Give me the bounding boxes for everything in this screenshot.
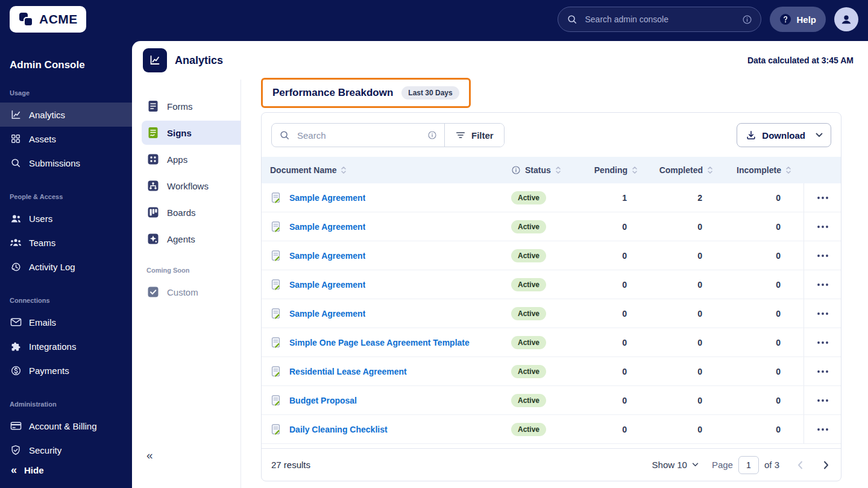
document-link[interactable]: Daily Cleaning Checklist: [289, 425, 388, 434]
admin-search[interactable]: [558, 7, 761, 32]
subnav-item-boards[interactable]: Boards: [142, 200, 241, 224]
user-avatar[interactable]: [834, 7, 858, 31]
period-badge: Last 30 Days: [401, 86, 459, 100]
page-buttons: [795, 458, 831, 472]
table-search[interactable]: [272, 124, 444, 147]
incomplete-cell: 0: [725, 328, 804, 356]
column-header-document-name[interactable]: Document Name: [262, 165, 499, 175]
incomplete-cell: 0: [725, 212, 804, 241]
document-link[interactable]: Budget Proposal: [289, 396, 357, 405]
pending-cell: 0: [583, 357, 650, 385]
status-cell: Active: [499, 328, 583, 356]
table-row: Sample AgreementActive120: [262, 183, 841, 212]
row-actions-button[interactable]: [812, 423, 834, 436]
document-icon: [270, 279, 282, 291]
sidebar-item-analytics[interactable]: Analytics: [0, 103, 132, 127]
sidebar-item-teams[interactable]: Teams: [0, 230, 132, 255]
status-cell: Active: [499, 241, 583, 270]
table-row: Daily Cleaning ChecklistActive000: [262, 415, 841, 444]
table-toolbar: Filter Download: [262, 113, 841, 157]
subnav-item-agents[interactable]: Agents: [142, 227, 241, 251]
acme-logo[interactable]: ACME: [10, 6, 86, 33]
next-page-button[interactable]: [821, 458, 831, 472]
document-link[interactable]: Sample Agreement: [289, 309, 365, 318]
document-icon: [270, 192, 282, 204]
search-icon: [279, 130, 290, 141]
subnav-item-apps[interactable]: Apps: [142, 147, 241, 171]
sort-icon[interactable]: [555, 166, 561, 174]
page-input[interactable]: [738, 456, 759, 474]
subnav-item-custom[interactable]: Custom: [142, 280, 241, 304]
row-actions-button[interactable]: [812, 220, 834, 233]
status-cell: Active: [499, 183, 583, 212]
document-name-cell: Sample Agreement: [262, 241, 499, 270]
hide-sidebar-button[interactable]: « Hide: [0, 458, 132, 482]
status-badge: Active: [511, 394, 546, 407]
column-header-status[interactable]: Status: [499, 165, 583, 175]
row-actions-button[interactable]: [812, 336, 834, 349]
users-icon: [10, 212, 22, 224]
subnav-item-signs[interactable]: Signs: [142, 121, 241, 145]
sidebar-item-integrations[interactable]: Integrations: [0, 334, 132, 358]
sort-icon[interactable]: [785, 166, 791, 174]
document-link[interactable]: Sample Agreement: [289, 280, 365, 290]
document-name-cell: Sample Agreement: [262, 212, 499, 241]
admin-search-input[interactable]: [583, 14, 736, 25]
sidebar-item-payments[interactable]: Payments: [0, 358, 132, 382]
subnav-item-workflows[interactable]: Workflows: [142, 174, 241, 198]
show-per-page-select[interactable]: Show 10: [652, 460, 699, 470]
column-header-completed[interactable]: Completed: [650, 165, 725, 175]
actions-cell: [804, 270, 841, 299]
custom-icon: [146, 285, 160, 299]
search-filter-group: Filter: [271, 123, 505, 147]
subnav-item-forms[interactable]: Forms: [142, 94, 241, 118]
completed-cell: 0: [650, 270, 725, 299]
sort-icon[interactable]: [632, 166, 638, 174]
table-search-input[interactable]: [296, 130, 421, 141]
download-button[interactable]: Download: [737, 123, 831, 147]
sidebar-item-assets[interactable]: Assets: [0, 127, 132, 151]
sort-icon[interactable]: [707, 166, 713, 174]
column-header-pending[interactable]: Pending: [583, 165, 650, 175]
row-actions-button[interactable]: [812, 191, 834, 204]
help-button[interactable]: Help: [770, 7, 826, 32]
row-actions-button[interactable]: [812, 249, 834, 262]
document-link[interactable]: Simple One Page Lease Agreement Template: [289, 338, 470, 347]
sidebar-item-account-billing[interactable]: Account & Billing: [0, 414, 132, 438]
document-name-cell: Daily Cleaning Checklist: [262, 415, 499, 443]
document-icon: [270, 423, 282, 436]
sidebar-item-submissions[interactable]: Submissions: [0, 151, 132, 175]
row-actions-button[interactable]: [812, 278, 834, 291]
sidebar-item-users[interactable]: Users: [0, 206, 132, 230]
sort-icon[interactable]: [341, 166, 347, 174]
document-link[interactable]: Sample Agreement: [289, 193, 365, 203]
document-name-cell: Sample Agreement: [262, 299, 499, 328]
info-icon: [427, 130, 437, 140]
completed-cell: 0: [650, 212, 725, 241]
sidebar-item-activity-log[interactable]: Activity Log: [0, 255, 132, 279]
status-badge: Active: [511, 220, 546, 233]
row-actions-button[interactable]: [812, 394, 834, 407]
analytics-app-icon: [143, 48, 167, 72]
incomplete-cell: 0: [725, 183, 804, 212]
sidebar-section-label: Administration: [0, 382, 132, 414]
collapse-subnav-button[interactable]: «: [146, 449, 153, 461]
column-header-incomplete[interactable]: Incomplete: [725, 165, 804, 175]
person-icon: [840, 13, 853, 26]
document-link[interactable]: Residential Lease Agreement: [289, 367, 407, 376]
row-actions-button[interactable]: [812, 307, 834, 320]
filter-button[interactable]: Filter: [445, 124, 504, 147]
sidebar-item-emails[interactable]: Emails: [0, 310, 132, 334]
previous-page-button[interactable]: [795, 458, 805, 472]
question-icon: [779, 13, 791, 25]
topbar-right: Help: [558, 7, 858, 32]
document-icon: [270, 221, 282, 233]
topbar: ACME Help: [0, 0, 868, 39]
row-actions-button[interactable]: [812, 365, 834, 378]
document-link[interactable]: Sample Agreement: [289, 222, 365, 232]
main-header-left: Analytics: [143, 48, 223, 72]
status-badge: Active: [511, 278, 546, 291]
table-row: Sample AgreementActive000: [262, 212, 841, 241]
info-icon: [511, 165, 521, 175]
document-link[interactable]: Sample Agreement: [289, 251, 365, 261]
